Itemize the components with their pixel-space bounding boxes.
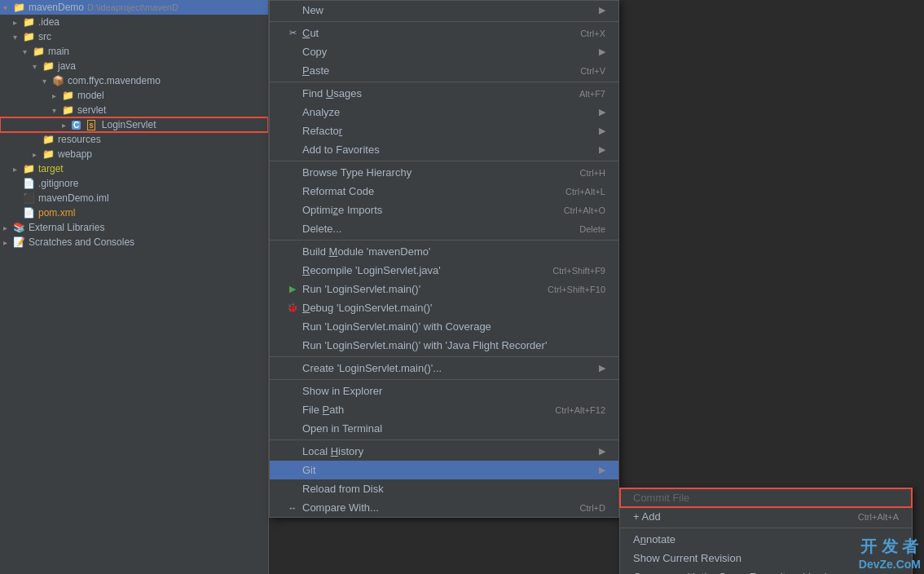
separator <box>270 21 618 22</box>
menu-item-run-profiler[interactable]: Run 'LoginServlet.main()' with 'Java Fli… <box>270 336 618 355</box>
menu-item-git[interactable]: Git ▶ <box>270 461 618 479</box>
menu-item-analyze[interactable]: Analyze ▶ <box>270 103 618 121</box>
sidebar-item-package[interactable]: ▾ 📦 com.ffyc.mavendemo <box>0 73 268 88</box>
menu-label: Run 'LoginServlet.main()' <box>302 283 531 295</box>
menu-item-run[interactable]: ▶ Run 'LoginServlet.main()' Ctrl+Shift+F… <box>270 280 618 298</box>
menu-item-reformat[interactable]: Reformat Code Ctrl+Alt+L <box>270 182 618 201</box>
arrow-icon: ▾ <box>13 33 23 42</box>
menu-label: Show in Explorer <box>302 385 605 397</box>
arrow-icon: ▸ <box>3 223 13 232</box>
watermark-cn: 开 发 者 <box>859 536 921 558</box>
sidebar-item-mavendemo[interactable]: ▾ 📁 mavenDemo D:\ideaproject\mavenD <box>0 0 268 15</box>
menu-item-delete[interactable]: Delete... Delete <box>270 219 618 238</box>
menu-label: Git <box>302 464 599 476</box>
sidebar-item-iml[interactable]: ▸ ⬛ mavenDemo.iml <box>0 191 268 205</box>
menu-item-paste[interactable]: Paste Ctrl+V <box>270 61 618 80</box>
context-menu: New ▶ ✂ Cut Ctrl+X Copy ▶ Paste Ctrl+V F… <box>269 0 619 518</box>
folder-icon: 📁 <box>23 16 35 28</box>
menu-label: Refactor <box>302 125 599 137</box>
sidebar-item-src[interactable]: ▾ 📁 src <box>0 29 268 44</box>
sidebar-item-scratches[interactable]: ▸ 📝 Scratches and Consoles <box>0 235 268 249</box>
separator <box>270 161 618 161</box>
menu-item-cut[interactable]: ✂ Cut Ctrl+X <box>270 24 618 42</box>
sidebar-item-webapp[interactable]: ▸ 📁 webapp <box>0 147 268 161</box>
menu-item-browse-hierarchy[interactable]: Browse Type Hierarchy Ctrl+H <box>270 163 618 182</box>
sidebar-item-java[interactable]: ▾ 📁 java <box>0 59 268 73</box>
sidebar-item-resources[interactable]: ▸ 📁 resources <box>0 132 268 147</box>
file-icon: 📄 <box>23 207 35 219</box>
menu-item-find-usages[interactable]: Find Usages Alt+F7 <box>270 84 618 103</box>
watermark-en: DevZe.CoM <box>859 558 921 571</box>
shortcut: Ctrl+Alt+L <box>565 187 605 196</box>
folder-icon: 📁 <box>42 134 55 145</box>
class-icon: C <box>72 121 81 130</box>
menu-label: Analyze <box>302 106 599 118</box>
arrow-icon: ▸ <box>13 165 23 174</box>
submenu-item-commit-file[interactable]: Commit File <box>620 488 912 507</box>
shortcut: Ctrl+Alt+F12 <box>555 405 605 415</box>
separator <box>620 528 912 528</box>
watermark: 开 发 者 DevZe.CoM <box>859 536 921 571</box>
menu-item-debug[interactable]: 🐞 Debug 'LoginServlet.main()' <box>270 298 618 317</box>
folder-icon: 📁 <box>23 31 35 42</box>
debug-icon: 🐞 <box>286 302 299 313</box>
sidebar-item-idea[interactable]: ▸ 📁 .idea <box>0 15 268 29</box>
menu-item-optimize-imports[interactable]: Optimize Imports Ctrl+Alt+O <box>270 201 618 219</box>
arrow-icon: ▾ <box>42 77 52 86</box>
folder-icon: 📁 <box>33 46 45 57</box>
menu-item-open-terminal[interactable]: Open in Terminal <box>270 419 618 438</box>
arrow-icon: ▾ <box>3 3 13 12</box>
menu-label: Add to Favorites <box>302 144 599 156</box>
submenu-arrow: ▶ <box>599 126 605 136</box>
project-path: D:\ideaproject\mavenD <box>87 2 178 12</box>
arrow-icon: ▸ <box>13 18 23 27</box>
menu-item-file-path[interactable]: File Path Ctrl+Alt+F12 <box>270 400 618 419</box>
menu-item-run-coverage[interactable]: Run 'LoginServlet.main()' with Coverage <box>270 317 618 336</box>
menu-item-local-history[interactable]: Local History ▶ <box>270 442 618 461</box>
shortcut: Ctrl+Shift+F10 <box>548 285 605 294</box>
menu-label: Reload from Disk <box>302 483 605 495</box>
separator <box>270 82 618 82</box>
folder-icon: 📁 <box>23 163 35 174</box>
menu-label: Build Module 'mavenDemo' <box>302 245 605 258</box>
run-icon: ▶ <box>286 284 299 294</box>
arrow-icon: ▸ <box>3 238 13 247</box>
submenu-arrow: ▶ <box>599 144 605 155</box>
submenu-arrow: ▶ <box>599 465 605 475</box>
submenu-item-add[interactable]: + Add Ctrl+Alt+A <box>620 507 912 526</box>
menu-label: Run 'LoginServlet.main()' with Coverage <box>302 320 605 333</box>
arrow-icon: ▾ <box>52 106 62 115</box>
menu-item-create[interactable]: Create 'LoginServlet.main()'... ▶ <box>270 359 618 378</box>
sidebar-label: pom.xml <box>38 207 75 219</box>
menu-item-build-module[interactable]: Build Module 'mavenDemo' <box>270 242 618 261</box>
sidebar-label: Scratches and Consoles <box>29 236 134 248</box>
menu-item-refactor[interactable]: Refactor ▶ <box>270 121 618 140</box>
sidebar-item-servlet[interactable]: ▾ 📁 servlet <box>0 103 268 117</box>
sidebar-item-pom[interactable]: ▸ 📄 pom.xml <box>0 205 268 220</box>
menu-item-show-explorer[interactable]: Show in Explorer <box>270 382 618 400</box>
menu-item-compare[interactable]: ↔ Compare With... Ctrl+D <box>270 498 618 517</box>
sidebar-item-model[interactable]: ▸ 📁 model <box>0 88 268 103</box>
menu-item-recompile[interactable]: Recompile 'LoginServlet.java' Ctrl+Shift… <box>270 261 618 280</box>
menu-item-add-favorites[interactable]: Add to Favorites ▶ <box>270 140 618 159</box>
folder-icon: 📁 <box>42 60 55 72</box>
menu-label: New <box>302 4 599 16</box>
sidebar-item-ext-libs[interactable]: ▸ 📚 External Libraries <box>0 220 268 235</box>
sidebar-item-target[interactable]: ▸ 📁 target <box>0 161 268 176</box>
menu-item-reload[interactable]: Reload from Disk <box>270 479 618 498</box>
shortcut: Ctrl+D <box>580 503 605 513</box>
separator <box>270 240 618 241</box>
sidebar-item-loginservlet[interactable]: ▸ C s LoginServlet <box>0 117 268 132</box>
file-icon: ⬛ <box>23 192 35 204</box>
menu-label: Paste <box>302 64 564 77</box>
sidebar-label: main <box>48 46 69 57</box>
sidebar-label: resources <box>58 134 101 145</box>
menu-label: Optimize Imports <box>302 204 548 216</box>
menu-item-new[interactable]: New ▶ <box>270 1 618 20</box>
sidebar-label: webapp <box>58 148 92 160</box>
compare-icon: ↔ <box>286 503 299 513</box>
sidebar-item-main[interactable]: ▾ 📁 main <box>0 44 268 59</box>
menu-item-copy[interactable]: Copy ▶ <box>270 42 618 61</box>
folder-icon: 📁 <box>13 2 25 13</box>
sidebar-item-gitignore[interactable]: ▸ 📄 .gitignore <box>0 176 268 191</box>
